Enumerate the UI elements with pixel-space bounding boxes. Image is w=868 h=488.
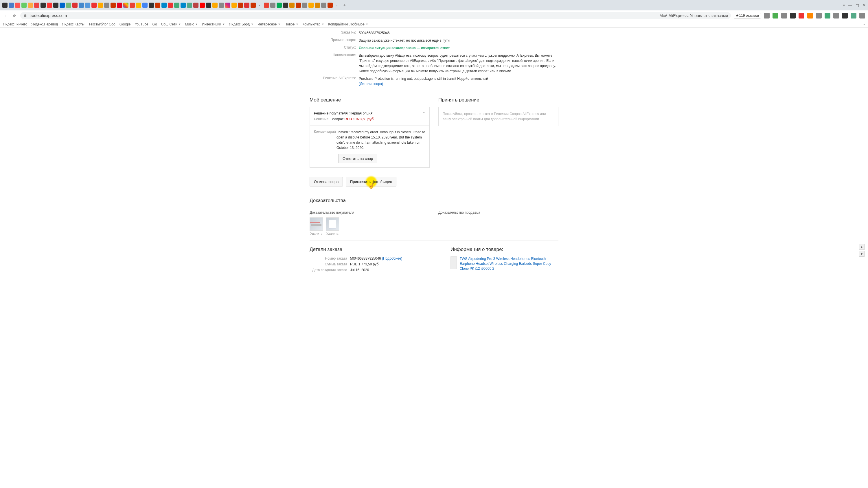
new-tab-button[interactable]: + <box>341 2 349 8</box>
bookmark-folder[interactable]: Инвестиции▼ <box>202 22 225 26</box>
tab-icon[interactable] <box>270 3 275 8</box>
delete-evidence-link[interactable]: Удалить <box>310 232 323 235</box>
tab-icon[interactable] <box>2 3 7 8</box>
bookmark-folder[interactable]: Копирайтинг Любимое▼ <box>328 22 368 26</box>
tab-icon[interactable] <box>104 3 110 8</box>
reload-button[interactable]: ⟳ <box>11 13 18 19</box>
tab-icon[interactable] <box>302 3 307 8</box>
menu-icon[interactable] <box>859 13 865 19</box>
dispute-details-link[interactable]: (Детали спора) <box>359 82 383 86</box>
tab-icon[interactable] <box>168 3 173 8</box>
cancel-dispute-button[interactable]: Отмена спора <box>310 177 343 187</box>
tab-icon[interactable] <box>47 3 52 8</box>
tab-icon[interactable] <box>219 3 224 8</box>
bookmark-item[interactable]: Яндекс: ничего <box>3 22 27 26</box>
tab-icon[interactable] <box>231 3 237 8</box>
delete-evidence-link[interactable]: Удалить <box>326 232 339 235</box>
extension-icon[interactable] <box>781 13 787 19</box>
tab-icon[interactable] <box>174 3 179 8</box>
tab-icon[interactable] <box>53 3 58 8</box>
extension-icon[interactable] <box>773 13 778 19</box>
address-bar[interactable]: trade.aliexpress.com Мой AliExpress: Упр… <box>20 12 731 19</box>
minimize-icon[interactable]: — <box>848 3 852 7</box>
evidence-thumbnail[interactable] <box>326 218 339 231</box>
bookmark-folder[interactable]: Соц_Сети▼ <box>161 22 181 26</box>
tab-icon[interactable] <box>161 3 167 8</box>
tab-icon[interactable] <box>130 3 135 8</box>
tab-icon[interactable] <box>264 3 269 8</box>
tab-icon[interactable] <box>308 3 314 8</box>
bookmark-item[interactable]: Яндекс.Карты <box>62 22 85 26</box>
extension-icon[interactable] <box>807 13 813 19</box>
bookmark-item[interactable]: Google <box>120 22 131 26</box>
tab-icon[interactable] <box>66 3 71 8</box>
bookmark-folder[interactable]: Яндекс Борд▼ <box>229 22 253 26</box>
tab-icon[interactable] <box>328 3 333 8</box>
tab-nav-right-icon[interactable]: › <box>334 2 340 8</box>
back-button[interactable]: ← <box>3 13 9 19</box>
scroll-down-button[interactable]: ▼ <box>859 251 865 257</box>
tab-icon[interactable] <box>111 3 116 8</box>
extension-icon[interactable] <box>842 13 848 19</box>
tab-icon[interactable] <box>289 3 294 8</box>
tab-icon[interactable] <box>22 3 27 8</box>
tab-icon[interactable] <box>123 3 128 8</box>
extension-icon[interactable] <box>825 13 830 19</box>
tab-icon[interactable] <box>91 3 97 8</box>
tab-icon[interactable] <box>251 3 256 8</box>
tab-icon[interactable] <box>142 3 148 8</box>
bookmark-item[interactable]: Тексты/блог Goo <box>89 22 116 26</box>
tab-icon[interactable] <box>296 3 301 8</box>
tab-icon[interactable] <box>277 3 282 8</box>
close-icon[interactable]: ✕ <box>863 3 866 7</box>
extension-icon[interactable] <box>816 13 822 19</box>
scroll-up-button[interactable]: ▲ <box>859 244 865 250</box>
tab-icon[interactable] <box>238 3 243 8</box>
tab-icon[interactable] <box>181 3 186 8</box>
tab-icon[interactable] <box>199 3 205 8</box>
evidence-thumbnail[interactable] <box>310 218 323 231</box>
attach-photo-video-button[interactable]: Прикрепить фото/видео ☝ <box>346 177 396 187</box>
bookmark-folder[interactable]: Music▼ <box>185 22 198 26</box>
tab-icon[interactable] <box>15 3 20 8</box>
bookmark-overflow[interactable]: » <box>863 22 865 26</box>
tab-nav-left-icon[interactable]: ‹ <box>257 2 263 8</box>
tab-icon[interactable] <box>225 3 230 8</box>
tab-icon[interactable] <box>28 3 33 8</box>
product-image[interactable] <box>451 256 457 269</box>
tab-icon[interactable] <box>283 3 288 8</box>
reply-dispute-button[interactable]: Ответить на спор <box>338 154 377 163</box>
tab-icon[interactable] <box>98 3 103 8</box>
tab-icon[interactable] <box>244 3 249 8</box>
bookmark-folder[interactable]: Новое▼ <box>284 22 298 26</box>
tab-icon[interactable] <box>187 3 192 8</box>
maximize-icon[interactable]: ▢ <box>856 3 859 7</box>
extension-icon[interactable] <box>790 13 796 19</box>
tab-icon[interactable] <box>321 3 327 8</box>
tab-icon[interactable] <box>40 3 46 8</box>
tab-icon[interactable] <box>79 3 84 8</box>
tab-icon[interactable] <box>193 3 198 8</box>
bookmark-icon[interactable] <box>764 13 770 19</box>
menu-icon[interactable]: ≡ <box>842 3 845 7</box>
bookmark-item[interactable]: Go <box>153 22 157 26</box>
tab-icon[interactable] <box>85 3 90 8</box>
tab-icon[interactable] <box>136 3 141 8</box>
tab-icon[interactable] <box>212 3 218 8</box>
extension-icon[interactable] <box>833 13 839 19</box>
extension-icon[interactable] <box>850 13 857 19</box>
tab-icon[interactable] <box>155 3 160 8</box>
bookmark-folder[interactable]: Компьютер▼ <box>302 22 324 26</box>
tab-icon[interactable] <box>117 3 122 8</box>
tab-icon[interactable] <box>315 3 320 8</box>
order-more-link[interactable]: (Подробнее) <box>382 256 402 260</box>
tab-icon[interactable] <box>149 3 154 8</box>
tab-icon[interactable] <box>34 3 39 8</box>
tab-icon[interactable] <box>72 3 78 8</box>
extension-icon[interactable] <box>799 13 804 19</box>
bookmark-item[interactable]: Яндекс.Перевод <box>31 22 58 26</box>
tab-icon[interactable] <box>206 3 211 8</box>
collapse-icon[interactable]: ⌃ <box>423 111 425 116</box>
tab-icon[interactable] <box>9 3 14 8</box>
product-link[interactable]: TWS Airpodering Pro 3 Wireless Headphone… <box>460 256 558 271</box>
